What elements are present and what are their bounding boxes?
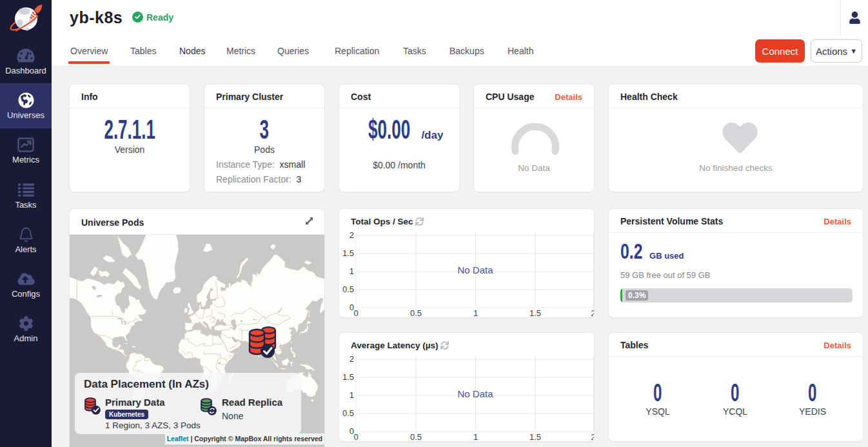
svg-text:1.5: 1.5 [342, 248, 354, 258]
svg-text:No Data: No Data [457, 388, 493, 399]
svg-text:0.5: 0.5 [410, 432, 422, 441]
svg-text:1.5: 1.5 [529, 432, 541, 441]
svg-text:0: 0 [353, 308, 358, 317]
svg-text:1.5: 1.5 [342, 372, 354, 382]
svg-text:2: 2 [350, 356, 354, 364]
svg-text:0.5: 0.5 [410, 308, 422, 317]
svg-text:0: 0 [353, 432, 358, 441]
svg-text:2: 2 [591, 432, 594, 441]
svg-text:1: 1 [473, 432, 478, 441]
svg-text:0.5: 0.5 [342, 284, 354, 294]
svg-text:1.5: 1.5 [529, 308, 541, 317]
svg-text:0.5: 0.5 [342, 408, 354, 418]
svg-text:1: 1 [473, 308, 478, 317]
svg-text:2: 2 [591, 308, 594, 317]
svg-text:1: 1 [350, 390, 354, 400]
svg-text:2: 2 [350, 232, 354, 240]
svg-text:No Data: No Data [457, 264, 493, 275]
svg-text:1: 1 [350, 266, 354, 276]
